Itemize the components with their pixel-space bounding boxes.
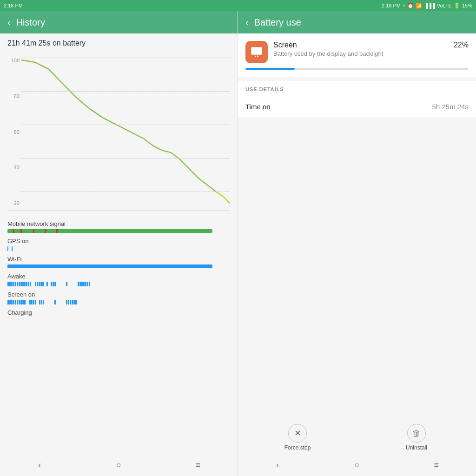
awake-bars: [7, 282, 230, 286]
left-nav-back[interactable]: ‹: [28, 454, 51, 476]
interrupt-3: [33, 229, 34, 233]
interrupt-1: [13, 229, 14, 233]
signal-icon: ▐▐▐: [424, 3, 435, 8]
interrupt-5: [56, 229, 58, 233]
battery-percent: 15%: [462, 3, 472, 8]
gps-tick-2: [12, 246, 13, 251]
screenon-label: Screen on: [7, 291, 230, 298]
action-bar: ✕ Force stop 🗑 Uninstall: [238, 421, 476, 454]
screen-desc: Battery used by the display and backligh…: [273, 50, 448, 57]
back-button-right[interactable]: ‹: [245, 17, 249, 28]
left-content: 21h 41m 25s on battery 100 80 60 40 20: [0, 33, 238, 454]
gps-label: GPS on: [7, 238, 230, 245]
uninstall-button[interactable]: 🗑 Uninstall: [398, 424, 435, 451]
battery-curve-svg: [21, 53, 230, 211]
screen-progress-bar: [245, 68, 469, 70]
y-label-40: 40: [7, 165, 21, 170]
left-nav-home[interactable]: ○: [107, 454, 130, 476]
screen-icon: [245, 41, 268, 63]
time-on-value: 5h 25m 24s: [432, 103, 469, 111]
gridline-20: [21, 192, 230, 192]
force-stop-button[interactable]: ✕ Force stop: [279, 424, 316, 451]
right-header-title: Battery use: [254, 17, 301, 28]
interrupt-4: [45, 229, 46, 233]
right-nav-back[interactable]: ‹: [266, 454, 289, 476]
screenon-section: Screen on: [7, 291, 230, 304]
wifi-bar: [7, 264, 212, 268]
awake-section: Awake: [7, 273, 230, 286]
volte-label: VoLTE: [437, 3, 452, 8]
mobile-signal-section: Mobile network signal: [7, 220, 230, 233]
mobile-signal-bar: [7, 229, 230, 233]
awake-label: Awake: [7, 273, 230, 280]
gridline-100: [21, 58, 230, 58]
left-panel: ‹ History 21h 41m 25s on battery 100 80 …: [0, 11, 238, 476]
screen-name: Screen: [273, 41, 448, 49]
wifi-label: Wi-Fi: [7, 256, 230, 263]
left-bottom-nav: ‹ ○ ≡: [0, 454, 238, 476]
gps-bar: [7, 246, 230, 251]
y-label-100: 100: [7, 58, 21, 63]
use-details-header: USE DETAILS: [238, 81, 476, 96]
mobile-signal-label: Mobile network signal: [7, 220, 230, 227]
battery-icon: 🔋: [454, 3, 460, 9]
use-details-section: USE DETAILS Time on 5h 25m 24s: [238, 81, 476, 117]
alarm-icon: ⏰: [407, 3, 414, 9]
status-bar: 2:18 PM 2:18 PM + ⏰ 📶 ▐▐▐ VoLTE 🔋 15%: [0, 0, 476, 11]
display-icon-svg: [250, 46, 263, 59]
right-content: Screen Battery used by the display and b…: [238, 33, 476, 417]
left-header: ‹ History: [0, 11, 238, 33]
screen-card-top: Screen Battery used by the display and b…: [245, 41, 469, 63]
screen-info: Screen Battery used by the display and b…: [273, 41, 448, 57]
right-nav-home[interactable]: ○: [346, 454, 368, 476]
gridline-60: [21, 125, 230, 125]
svg-rect-0: [251, 47, 262, 55]
time-left: 2:18 PM: [4, 3, 23, 8]
status-bar-left: 2:18 PM: [0, 0, 238, 11]
use-detail-row-time: Time on 5h 25m 24s: [238, 96, 476, 117]
bluetooth-icon: +: [403, 3, 405, 8]
battery-chart: 100 80 60 40 20: [7, 53, 230, 211]
back-button-left[interactable]: ‹: [7, 17, 11, 28]
mobile-signal-fill: [7, 229, 212, 233]
right-nav-menu[interactable]: ≡: [425, 454, 448, 476]
time-right: 2:18 PM: [382, 3, 401, 8]
gps-tick-1: [7, 246, 8, 251]
uninstall-icon: 🗑: [407, 424, 426, 443]
gridline-40: [21, 158, 230, 159]
main-container: ‹ History 21h 41m 25s on battery 100 80 …: [0, 11, 476, 476]
y-label-80: 80: [7, 93, 21, 99]
right-bottom-nav: ‹ ○ ≡: [238, 454, 476, 476]
force-stop-icon: ✕: [288, 424, 307, 443]
chart-svg-area: [21, 53, 230, 211]
left-header-title: History: [16, 17, 45, 28]
battery-duration: 21h 41m 25s on battery: [7, 39, 230, 47]
charging-section: Charging: [7, 309, 230, 316]
uninstall-label: Uninstall: [406, 444, 427, 451]
right-header: ‹ Battery use: [238, 11, 476, 33]
charging-label: Charging: [7, 309, 230, 316]
wifi-section: Wi-Fi: [7, 256, 230, 268]
left-nav-menu[interactable]: ≡: [187, 454, 209, 476]
force-stop-label: Force stop: [284, 444, 311, 451]
y-label-60: 60: [7, 129, 21, 135]
status-bar-right: 2:18 PM + ⏰ 📶 ▐▐▐ VoLTE 🔋 15%: [238, 0, 476, 11]
screen-progress-fill: [245, 68, 295, 70]
screenon-bars: [7, 300, 230, 304]
screen-card: Screen Battery used by the display and b…: [238, 33, 476, 77]
gps-section: GPS on: [7, 238, 230, 251]
screen-percent: 22%: [454, 41, 469, 49]
gridline-80: [21, 91, 230, 92]
time-on-label: Time on: [245, 103, 271, 111]
interrupt-2: [20, 229, 22, 233]
right-bottom-action: ✕ Force stop 🗑 Uninstall: [238, 417, 476, 454]
wifi-icon: 📶: [416, 3, 422, 9]
right-panel: ‹ Battery use Screen Battery use: [238, 11, 476, 476]
chart-y-labels: 100 80 60 40 20: [7, 53, 21, 211]
y-label-20: 20: [7, 200, 21, 206]
